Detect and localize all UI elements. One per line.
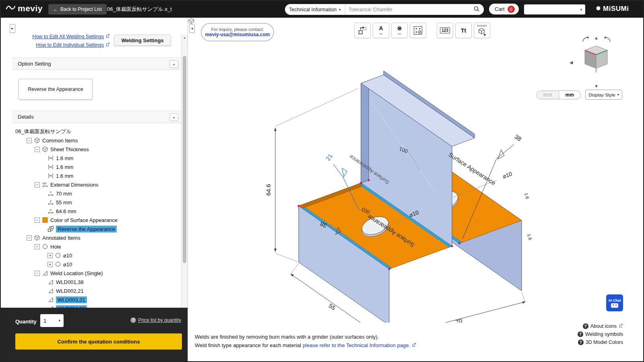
ai-chat-label: AI Chat	[608, 298, 621, 302]
meviy-app: meviy ← Back to Project List 06_体裁面反転サンプ…	[0, 0, 644, 362]
tree-item[interactable]: 06_体裁面反転サンプル	[12, 127, 180, 136]
rotate-view-left-icon[interactable]: ◀	[570, 60, 573, 65]
edit-annotation-button[interactable]	[354, 23, 371, 38]
link-edit-individual-settings[interactable]: How to Edit Individual Settings	[24, 42, 110, 48]
technical-information-dropdown[interactable]: Technical Information ▾	[285, 4, 345, 15]
tree-expander-icon[interactable]: −	[35, 218, 40, 223]
tree-item[interactable]: Reverse the Appearance	[12, 224, 180, 233]
tree-item[interactable]: WLD002,21	[12, 286, 180, 295]
thickness-icon	[47, 164, 54, 170]
quantity-select[interactable]: 1 ▾	[40, 314, 64, 327]
six-views-button[interactable]: 6VIEWS	[474, 23, 490, 38]
tree-item[interactable]: −Annotated Items	[12, 233, 180, 242]
meviy-logo[interactable]: meviy	[6, 4, 43, 13]
tree-item[interactable]: z64.6 mm	[12, 207, 180, 216]
tree-item[interactable]: WLD001,38	[12, 278, 180, 286]
logo-text: meviy	[18, 4, 43, 13]
quantity-value: 1	[43, 318, 46, 324]
question-icon: ?	[578, 339, 584, 345]
viewport-canvas[interactable]: For inquiry, please contact: meviy-usa@m…	[188, 18, 644, 362]
scrollbar-thumb[interactable]	[183, 56, 186, 263]
color-icon	[42, 217, 48, 223]
tree-item[interactable]: 1.6 mm	[12, 171, 180, 180]
tree-expander-icon[interactable]: +	[47, 262, 53, 267]
sidebar-collapse-handle[interactable]: ▶	[10, 24, 15, 33]
show-values-button[interactable]: 123	[437, 23, 453, 38]
search-icon	[473, 6, 480, 13]
tree-expander-icon[interactable]: +	[47, 253, 53, 258]
panel-collapse-handle[interactable]: ◀	[189, 24, 195, 33]
delete-annotation-button[interactable]: ⊗↔	[391, 23, 408, 38]
technical-information-link[interactable]: please refer to the Technical Informatio…	[303, 342, 410, 348]
rotate-left-icon[interactable]	[582, 36, 590, 43]
reverse-appearance-button[interactable]: Reverse the Appearance	[19, 79, 93, 100]
tree-item[interactable]: x70 mm	[12, 189, 180, 198]
tree-expander-icon[interactable]: −	[35, 271, 40, 276]
tree-expander-icon[interactable]: −	[27, 138, 32, 143]
tree-item[interactable]: −xyzExternal Dimensions	[12, 180, 180, 189]
inquiry-email-link[interactable]: meviy-usa@misumiusa.com	[205, 32, 270, 37]
xyz-icon: xyz	[42, 181, 48, 188]
help-link-3d-model-colors[interactable]: ?3D Model Colors	[578, 339, 623, 345]
tree-item-label: WLD001,38	[56, 279, 84, 285]
hole-dia-right-label: ⌀10	[502, 171, 513, 180]
sidebar-scrollbar[interactable]: ▲ ▼	[181, 35, 188, 325]
external-link-icon	[105, 42, 110, 48]
display-style-dropdown[interactable]: Display Style ▾	[585, 90, 622, 100]
document-tab[interactable]: 06_体裁面反転サンプル.x_t	[107, 6, 172, 13]
rotate-right-icon[interactable]	[603, 36, 611, 43]
question-icon: ?	[578, 331, 583, 337]
help-link-welding-symbols[interactable]: ?Welding symbols	[578, 331, 623, 337]
search-input[interactable]	[345, 7, 469, 12]
view-cube[interactable]	[581, 43, 611, 75]
collapse-option-button[interactable]: ▴	[169, 60, 178, 68]
cube-icon	[34, 137, 40, 144]
display-style-label: Display Style	[588, 93, 615, 97]
axis-z-icon: z	[47, 208, 54, 214]
back-to-project-list-button[interactable]: ← Back to Project List	[48, 4, 107, 14]
tilt-down-icon[interactable]: ▼	[594, 84, 599, 88]
cart-label: Cart	[495, 6, 505, 12]
scroll-up-icon[interactable]: ▲	[182, 35, 188, 41]
tree-item[interactable]: −Common Items	[12, 136, 180, 145]
help-link-about-icons[interactable]: ?About icons	[583, 323, 623, 329]
cart-button[interactable]: Cart 0	[489, 4, 519, 14]
tab-welding-settings[interactable]: Welding Settings	[114, 35, 171, 46]
thickness-icon	[47, 173, 54, 179]
tree-item[interactable]: 1.6 mm	[12, 154, 180, 162]
confirm-quotation-button[interactable]: Confirm the quotation conditions	[15, 333, 182, 350]
back-button-label: Back to Project List	[60, 6, 102, 12]
text-size-button[interactable]: Tt	[455, 23, 472, 38]
tree-item[interactable]: −Hole	[12, 242, 180, 251]
tree-item[interactable]: +⌀10	[12, 260, 180, 269]
note-line-1: Welds are finished by removing burn mark…	[195, 333, 416, 341]
model-viewport[interactable]: 64.6 55 70 38 38 21 ⌀10 ⌀10 Surface Appe…	[250, 49, 564, 323]
tree-expander-icon[interactable]: −	[27, 235, 32, 241]
tree-item-label: 1.6 mm	[56, 164, 73, 170]
tree-item[interactable]: WLD003,21	[12, 295, 180, 304]
tree-item[interactable]: −Color of Surface Appearance	[12, 216, 180, 224]
tree-item-label: Weld Location (Single)	[50, 270, 103, 276]
tree-expander-icon[interactable]: −	[35, 244, 40, 249]
collapse-details-button[interactable]: ▴	[169, 113, 178, 121]
tree-expander-icon[interactable]: −	[35, 147, 40, 152]
price-list-link[interactable]: ? Price list by quantity	[130, 317, 181, 323]
tree-item[interactable]: −Weld Location (Single)	[12, 269, 180, 278]
snap-points-button[interactable]	[410, 23, 426, 38]
tree-item[interactable]: +⌀10	[12, 251, 180, 260]
thickness-label-1: 1.6	[524, 192, 530, 200]
dimension-text-button[interactable]: A↔	[373, 23, 389, 38]
help-link-label: Welding symbols	[585, 331, 623, 337]
tree-item[interactable]: 1.6 mm	[12, 162, 180, 171]
tilt-up-icon[interactable]: ▲	[594, 35, 599, 40]
link-edit-all-welding-settings[interactable]: How to Edit All Welding Settings	[24, 34, 110, 39]
header-dropdown[interactable]: ▾	[524, 4, 585, 14]
tree-expander-icon[interactable]: −	[35, 182, 40, 187]
tree-item-label: Common Items	[42, 138, 78, 144]
ai-chat-button[interactable]: AI Chat	[606, 294, 623, 311]
dim-depth-label: 55	[327, 302, 336, 311]
tree-item[interactable]: y55 mm	[12, 198, 180, 207]
model-part[interactable]	[298, 71, 522, 323]
tree-item[interactable]: −Sheet Thickness	[12, 145, 180, 154]
search-button[interactable]	[469, 4, 484, 15]
